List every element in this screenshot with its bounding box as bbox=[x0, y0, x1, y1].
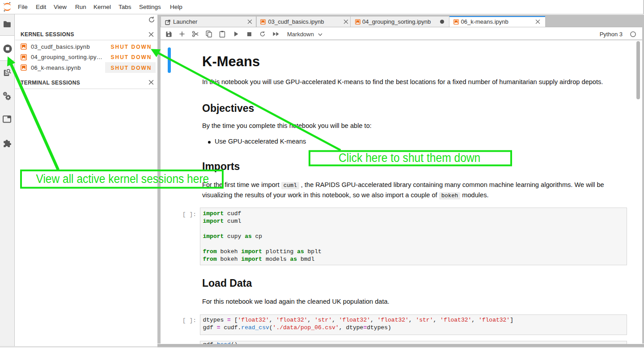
svg-text:View all active kernel session: View all active kernel sessions here bbox=[36, 172, 209, 186]
svg-text:Click here to shut them down: Click here to shut them down bbox=[339, 151, 480, 165]
